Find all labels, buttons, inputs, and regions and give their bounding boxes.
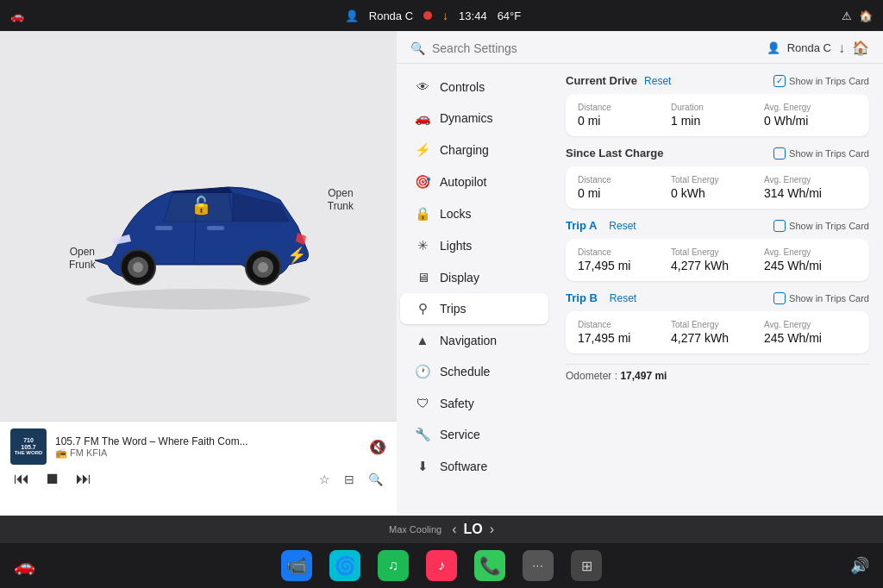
current-drive-checkbox[interactable]: ✓ [773, 75, 786, 87]
media-player: 710 105.7 THE WORD 105.7 FM The Word – W… [0, 421, 397, 516]
climate-right-arrow[interactable]: › [490, 522, 494, 537]
warning-icon: ⚠ [842, 9, 852, 22]
media-info: 105.7 FM The Word – Where Faith Com... 📻… [55, 435, 360, 459]
taskbar-grid-app[interactable]: ⊞ [571, 550, 602, 581]
home-icon: 🏠 [859, 9, 873, 22]
service-icon: 🔧 [414, 427, 431, 442]
status-bar-center: 👤 Ronda C ↓ 13:44 64°F [345, 9, 521, 22]
locks-icon: 🔒 [414, 206, 431, 222]
current-drive-header: Current Drive Reset ✓ Show in Trips Card [566, 74, 869, 87]
sidebar-item-controls[interactable]: 👁 Controls [400, 72, 548, 102]
since-last-charge-checkbox[interactable] [773, 147, 786, 160]
media-title: 105.7 FM The Word – Where Faith Com... [55, 435, 360, 447]
safety-label: Safety [440, 397, 474, 410]
time-display: 13:44 [459, 9, 487, 22]
lights-label: Lights [440, 239, 472, 253]
trip-b-reset[interactable]: Reset [610, 292, 636, 304]
trip-b-show-trips: Show in Trips Card [773, 292, 869, 304]
next-button[interactable]: ⏭ [76, 470, 91, 488]
open-frunk-label[interactable]: Open Frunk [69, 246, 96, 272]
sidebar-item-software[interactable]: ⬇ Software [400, 451, 548, 482]
temp-display: 64°F [498, 9, 522, 22]
display-icon: 🖥 [414, 270, 431, 285]
car-nav-icon: 🚗 [10, 9, 24, 22]
trip-b-checkbox[interactable] [773, 292, 786, 304]
taskbar-phone-app[interactable]: 📞 [474, 550, 505, 581]
svg-point-3 [133, 262, 143, 272]
sidebar-item-autopilot[interactable]: 🎯 Autopilot [400, 166, 548, 197]
trip-a-avg-energy: Avg. Energy 245 Wh/mi [764, 247, 857, 272]
trips-icon: ⚲ [414, 301, 431, 316]
lights-icon: ✳ [414, 238, 431, 253]
username: Ronda C [369, 9, 413, 22]
software-label: Software [440, 460, 487, 473]
media-top: 710 105.7 THE WORD 105.7 FM The Word – W… [10, 428, 386, 465]
current-drive-title: Current Drive [566, 74, 637, 87]
left-panel: Open Frunk Open Trunk 🔓 ⚡ [0, 31, 397, 516]
media-extra: ☆ ⊟ 🔍 [319, 472, 383, 486]
status-bar-right: ⚠ 🏠 [842, 9, 873, 22]
sidebar-item-charging[interactable]: ⚡ Charging [400, 134, 548, 166]
taskbar-fan-app[interactable]: 🌀 [329, 550, 360, 581]
navigation-icon: ▲ [414, 333, 431, 347]
since-last-charge-distance: Distance 0 mi [578, 175, 671, 200]
taskbar-spotify-app[interactable]: ♫ [378, 550, 409, 581]
mute-icon[interactable]: 🔇 [369, 439, 386, 455]
sidebar-item-locks[interactable]: 🔒 Locks [400, 198, 548, 229]
charging-label: Charging [440, 143, 489, 157]
favorite-icon[interactable]: ☆ [319, 472, 330, 486]
climate-value: LO [463, 522, 482, 537]
trip-a-stats: Distance 17,495 mi Total Energy 4,277 kW… [566, 239, 869, 281]
since-last-charge-show-trips: Show in Trips Card [773, 147, 869, 160]
user-bar: 👤 Ronda C ↓ 🏠 [767, 40, 869, 56]
record-dot [423, 11, 432, 20]
safety-icon: 🛡 [414, 396, 431, 410]
current-drive-avg-energy: Avg. Energy 0 Wh/mi [764, 103, 857, 128]
header-home-icon[interactable]: 🏠 [852, 40, 869, 56]
taskbar-music-app[interactable]: ♪ [426, 550, 457, 581]
header-download-icon[interactable]: ↓ [838, 41, 845, 56]
climate-arrows: ‹ LO › [452, 522, 494, 537]
climate-label: Max Cooling [389, 524, 442, 535]
sidebar-item-schedule[interactable]: 🕐 Schedule [400, 356, 548, 387]
taskbar-more-app[interactable]: ··· [523, 550, 554, 581]
svg-point-0 [86, 289, 310, 310]
svg-point-6 [258, 262, 268, 272]
odometer-row: Odometer : 17,497 mi [566, 364, 869, 387]
prev-button[interactable]: ⏮ [14, 470, 29, 488]
sidebar-item-display[interactable]: 🖥 Display [400, 262, 548, 292]
equalizer-icon[interactable]: ⊟ [344, 472, 354, 486]
open-trunk-label[interactable]: Open Trunk [328, 187, 354, 214]
svg-rect-8 [155, 226, 172, 230]
taskbar-camera-app[interactable]: 📹 [281, 550, 312, 581]
since-last-charge-total-energy: Total Energy 0 kWh [671, 175, 764, 200]
taskbar: 🚗 📹 🌀 ♫ ♪ 📞 ··· ⊞ 🔊 [0, 543, 883, 588]
sidebar-item-service[interactable]: 🔧 Service [400, 419, 548, 450]
sidebar-item-trips[interactable]: ⚲ Trips [400, 293, 548, 324]
charging-icon: ⚡ [414, 142, 431, 158]
taskbar-car-icon[interactable]: 🚗 [14, 555, 35, 576]
volume-icon[interactable]: 🔊 [850, 556, 869, 575]
trip-b-title: Trip B [566, 291, 598, 304]
search-input[interactable] [432, 41, 760, 55]
trip-a-title: Trip A [566, 219, 597, 232]
sidebar-item-dynamics[interactable]: 🚗 Dynamics [400, 103, 548, 134]
trip-a-reset[interactable]: Reset [609, 220, 636, 232]
climate-left-arrow[interactable]: ‹ [452, 522, 456, 537]
trip-a-checkbox[interactable] [773, 220, 786, 232]
stop-button[interactable]: ⏹ [45, 470, 60, 488]
current-drive-stats: Distance 0 mi Duration 1 min Avg. Energy… [566, 94, 869, 136]
since-last-charge-stats: Distance 0 mi Total Energy 0 kWh Avg. En… [566, 166, 869, 209]
sidebar-item-navigation[interactable]: ▲ Navigation [400, 325, 548, 355]
search-media-icon[interactable]: 🔍 [368, 472, 383, 486]
search-bar: 🔍 👤 Ronda C ↓ 🏠 [397, 31, 883, 64]
dynamics-label: Dynamics [440, 111, 492, 125]
current-drive-reset[interactable]: Reset [644, 75, 671, 87]
trips-label: Trips [440, 302, 467, 316]
station-icon: 📻 [55, 447, 67, 458]
trip-a-total-energy: Total Energy 4,277 kWh [671, 247, 764, 272]
current-drive-distance: Distance 0 mi [578, 103, 671, 128]
sidebar-item-lights[interactable]: ✳ Lights [400, 230, 548, 261]
odometer-value: 17,497 mi [620, 370, 667, 382]
sidebar-item-safety[interactable]: 🛡 Safety [400, 388, 548, 418]
